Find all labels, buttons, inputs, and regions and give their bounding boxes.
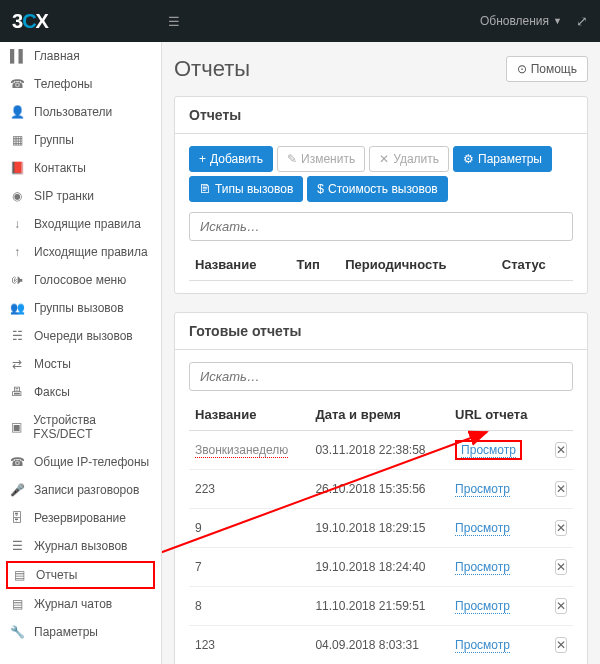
sidebar-item-label: Голосовое меню bbox=[34, 273, 126, 287]
mic-icon: 🎤 bbox=[10, 483, 24, 497]
add-button[interactable]: +Добавить bbox=[189, 146, 273, 172]
db-icon: 🗄 bbox=[10, 511, 24, 525]
sidebar-item-label: Записи разговоров bbox=[34, 483, 139, 497]
help-label: Помощь bbox=[531, 62, 577, 76]
cell-name: 9 bbox=[189, 509, 309, 548]
top-bar: 3CX ☰ Обновления ▼ ⤢ bbox=[0, 0, 600, 42]
x-icon: ✕ bbox=[379, 152, 389, 166]
call-cost-button[interactable]: $Стоимость вызовов bbox=[307, 176, 447, 202]
col-name: Название bbox=[189, 399, 309, 431]
ready-reports-table: Название Дата и время URL отчета Звонкиз… bbox=[189, 399, 573, 664]
view-link[interactable]: Просмотр bbox=[455, 482, 510, 497]
sidebar-item-ivr[interactable]: 🕪Голосовое меню bbox=[0, 266, 161, 294]
list-icon: ☰ bbox=[10, 539, 24, 553]
reports-table: Название Тип Периодичность Статус bbox=[189, 249, 573, 281]
users-icon: ▦ bbox=[10, 133, 24, 147]
sidebar-item-label: Группы вызовов bbox=[34, 301, 124, 315]
wrench-icon: 🔧 bbox=[10, 625, 24, 639]
sidebar-item-reports[interactable]: ▤Отчеты bbox=[6, 561, 155, 589]
sidebar-item-chat-log[interactable]: ▤Журнал чатов bbox=[0, 590, 161, 618]
cell-url: Просмотр bbox=[449, 626, 545, 665]
view-link[interactable]: Просмотр bbox=[455, 599, 510, 614]
cell-name: Звонкизанеделю bbox=[189, 431, 309, 470]
cell-name: 7 bbox=[189, 548, 309, 587]
phone-icon: ☎ bbox=[10, 77, 24, 91]
cell-url: Просмотр bbox=[449, 587, 545, 626]
sidebar-item-outbound-rules[interactable]: ↑Исходящие правила bbox=[0, 238, 161, 266]
sidebar-item-ip-phones[interactable]: ☎Общие IP-телефоны bbox=[0, 448, 161, 476]
delete-row-button[interactable]: ✕ bbox=[555, 481, 567, 497]
random-icon: ⇄ bbox=[10, 357, 24, 371]
table-row: 12304.09.2018 8:03:31Просмотр✕ bbox=[189, 626, 573, 665]
help-icon: ⊙ bbox=[517, 62, 527, 76]
cell-datetime: 19.10.2018 18:24:40 bbox=[309, 548, 449, 587]
sidebar-item-groups[interactable]: ▦Группы bbox=[0, 126, 161, 154]
group-icon: 👥 bbox=[10, 301, 24, 315]
sidebar-item-fxs-dect[interactable]: ▣Устройства FXS/DECT bbox=[0, 406, 161, 448]
sidebar-item-backup[interactable]: 🗄Резервирование bbox=[0, 504, 161, 532]
sidebar-item-call-log[interactable]: ☰Журнал вызовов bbox=[0, 532, 161, 560]
sidebar-item-settings[interactable]: 🔧Параметры bbox=[0, 618, 161, 646]
sidebar-item-home[interactable]: ▌▌Главная bbox=[0, 42, 161, 70]
sidebar-item-label: Резервирование bbox=[34, 511, 126, 525]
chat-icon: ▤ bbox=[10, 597, 24, 611]
pencil-icon: ✎ bbox=[287, 152, 297, 166]
sidebar-item-sip-trunks[interactable]: ◉SIP транки bbox=[0, 182, 161, 210]
sidebar-item-label: SIP транки bbox=[34, 189, 94, 203]
col-status: Статус bbox=[496, 249, 573, 281]
call-types-button[interactable]: 🖹Типы вызовов bbox=[189, 176, 303, 202]
bars-icon: ▌▌ bbox=[10, 49, 24, 63]
cell-url: Просмотр bbox=[449, 470, 545, 509]
view-link[interactable]: Просмотр bbox=[455, 638, 510, 653]
ready-search-input[interactable] bbox=[189, 362, 573, 391]
delete-row-button[interactable]: ✕ bbox=[555, 559, 567, 575]
updates-label: Обновления bbox=[480, 14, 549, 28]
help-button[interactable]: ⊙Помощь bbox=[506, 56, 588, 82]
col-type: Тип bbox=[290, 249, 339, 281]
dollar-icon: $ bbox=[317, 182, 324, 196]
table-row: 811.10.2018 21:59:51Просмотр✕ bbox=[189, 587, 573, 626]
sidebar-item-phones[interactable]: ☎Телефоны bbox=[0, 70, 161, 98]
sidebar-item-label: Устройства FXS/DECT bbox=[33, 413, 151, 441]
phone-square-icon: ☎ bbox=[10, 455, 24, 469]
params-button[interactable]: ⚙Параметры bbox=[453, 146, 552, 172]
sidebar-item-recordings[interactable]: 🎤Записи разговоров bbox=[0, 476, 161, 504]
table-row: 719.10.2018 18:24:40Просмотр✕ bbox=[189, 548, 573, 587]
main-content: Отчеты ⊙Помощь Отчеты +Добавить ✎Изменит… bbox=[162, 42, 600, 664]
logo: 3CX bbox=[12, 10, 48, 33]
menu-toggle-icon[interactable]: ☰ bbox=[168, 14, 180, 29]
view-link[interactable]: Просмотр bbox=[461, 443, 516, 458]
delete-row-button[interactable]: ✕ bbox=[555, 598, 567, 614]
col-period: Периодичность bbox=[339, 249, 496, 281]
view-link[interactable]: Просмотр bbox=[455, 521, 510, 536]
caret-down-icon: ▼ bbox=[553, 16, 562, 26]
sidebar-item-inbound-rules[interactable]: ↓Входящие правила bbox=[0, 210, 161, 238]
col-url: URL отчета bbox=[449, 399, 545, 431]
sidebar-item-label: Параметры bbox=[34, 625, 98, 639]
sidebar-item-label: Журнал вызовов bbox=[34, 539, 127, 553]
sidebar-item-contacts[interactable]: 📕Контакты bbox=[0, 154, 161, 182]
sidebar-item-label: Общие IP-телефоны bbox=[34, 455, 149, 469]
delete-row-button[interactable]: ✕ bbox=[555, 442, 567, 458]
sidebar-item-users[interactable]: 👤Пользователи bbox=[0, 98, 161, 126]
table-row: 919.10.2018 18:29:15Просмотр✕ bbox=[189, 509, 573, 548]
sidebar-item-label: Отчеты bbox=[36, 568, 77, 582]
sidebar-item-queues[interactable]: ☵Очереди вызовов bbox=[0, 322, 161, 350]
cell-name: 123 bbox=[189, 626, 309, 665]
ready-panel-header: Готовые отчеты bbox=[175, 313, 587, 350]
updates-dropdown[interactable]: Обновления ▼ bbox=[480, 14, 562, 28]
sidebar-item-call-groups[interactable]: 👥Группы вызовов bbox=[0, 294, 161, 322]
cell-datetime: 11.10.2018 21:59:51 bbox=[309, 587, 449, 626]
delete-row-button[interactable]: ✕ bbox=[555, 520, 567, 536]
cell-name: 223 bbox=[189, 470, 309, 509]
edit-button[interactable]: ✎Изменить bbox=[277, 146, 365, 172]
delete-row-button[interactable]: ✕ bbox=[555, 637, 567, 653]
sidebar-item-bridges[interactable]: ⇄Мосты bbox=[0, 350, 161, 378]
reports-search-input[interactable] bbox=[189, 212, 573, 241]
delete-button[interactable]: ✕Удалить bbox=[369, 146, 449, 172]
fullscreen-icon[interactable]: ⤢ bbox=[576, 13, 588, 29]
view-link[interactable]: Просмотр bbox=[455, 560, 510, 575]
cell-datetime: 19.10.2018 18:29:15 bbox=[309, 509, 449, 548]
ready-reports-panel: Готовые отчеты Название Дата и время URL… bbox=[174, 312, 588, 664]
sidebar-item-fax[interactable]: 🖶Факсы bbox=[0, 378, 161, 406]
